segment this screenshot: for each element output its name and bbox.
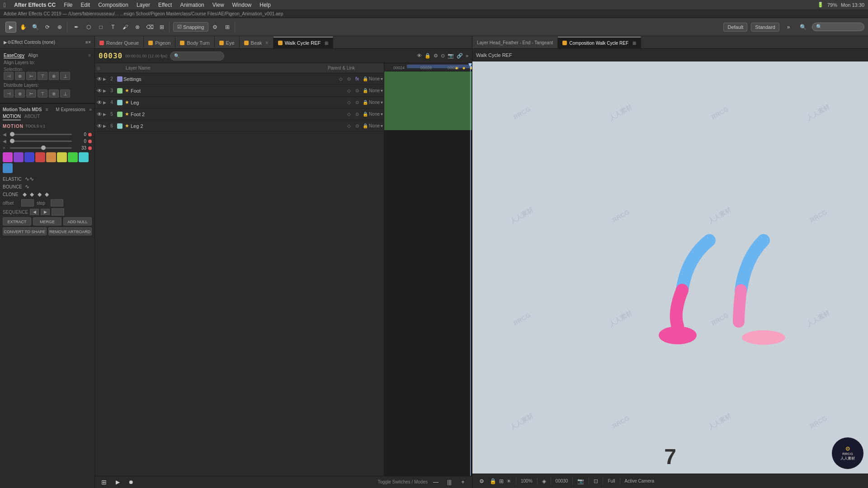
preview-lock-icon[interactable]: 🔒 <box>490 478 496 484</box>
mt-add-null-btn[interactable]: ADD NULL <box>63 217 92 225</box>
menu-help[interactable]: Help <box>256 1 274 9</box>
align-bottom-btn[interactable]: ⊥ <box>60 72 70 80</box>
tl-bar-settings[interactable] <box>384 71 472 83</box>
align-right-btn[interactable]: ⊢ <box>26 72 36 80</box>
eraser-tool[interactable]: ⌫ <box>144 22 155 33</box>
tl-play-icon[interactable]: ▶ <box>112 477 123 488</box>
mt-tab-about[interactable]: ABOUT <box>24 114 40 120</box>
snapping-button[interactable]: ☑ Snapping <box>173 22 208 32</box>
timeline-graph[interactable]: 00024 00026 00028 00030 00032 00034 0003… <box>384 63 472 476</box>
layer-expand-6[interactable]: ▶ <box>103 124 106 128</box>
color-block-5[interactable] <box>46 152 56 162</box>
tl-zoom-plus[interactable]: + <box>458 477 468 488</box>
color-block-6[interactable] <box>57 152 67 162</box>
comp-solo-icon[interactable]: ⊙ <box>441 53 445 59</box>
tl-playhead[interactable] <box>470 63 471 476</box>
tab-body-turn[interactable]: Body Turn <box>175 37 214 48</box>
layer-lock-icon-2[interactable]: 🔒 <box>362 76 369 81</box>
mt-remove-artboard-btn[interactable]: REMOVE ARTBOARD <box>48 227 92 235</box>
mask-tool[interactable]: ⬡ <box>83 22 94 33</box>
preview-resolution[interactable]: Full <box>608 479 615 483</box>
preview-snapshot-icon[interactable]: ⊡ <box>594 478 598 484</box>
mt-sequence-input[interactable]: 1 <box>52 208 64 216</box>
shape-tool[interactable]: □ <box>95 22 106 33</box>
tl-zoom-bar[interactable]: ||| <box>444 477 455 488</box>
tl-bar-foot[interactable] <box>384 83 472 95</box>
layer-lock-icon-4[interactable]: 🔒 <box>362 100 369 105</box>
color-block-7[interactable] <box>68 152 78 162</box>
dist-left-btn[interactable]: ⊣ <box>4 89 14 98</box>
tl-record-icon[interactable]: ⏺ <box>126 477 137 488</box>
layer-expand-2[interactable]: ▶ <box>103 77 106 81</box>
layer-expand-4[interactable]: ▶ <box>103 100 106 105</box>
layer-fx-icon-2[interactable]: fx <box>354 76 361 81</box>
mt-merge-btn[interactable]: MERGE <box>33 217 61 225</box>
tab-pigeon[interactable]: Pigeon <box>144 37 175 48</box>
menu-animation[interactable]: Animation <box>176 1 208 9</box>
layer-ct-icon-4[interactable]: ⊙ <box>354 100 361 105</box>
layer-lock-icon-5[interactable]: 🔒 <box>362 112 369 117</box>
color-block-4[interactable] <box>35 152 45 162</box>
preview-quality-icon[interactable]: ◈ <box>542 478 546 484</box>
dist-center-h-btn[interactable]: ⊕ <box>15 89 25 98</box>
comp-expand-icon[interactable]: » <box>466 53 468 59</box>
layer-expand-5[interactable]: ▶ <box>103 112 106 117</box>
zoom-label[interactable]: 100% <box>521 479 533 483</box>
menu-layer[interactable]: Layer <box>133 1 154 9</box>
layer-vis-icon-5[interactable]: 👁 <box>96 111 103 117</box>
preview-settings-icon[interactable]: ⚙ <box>476 476 487 487</box>
tab-beak[interactable]: Beak × <box>240 37 274 48</box>
text-tool[interactable]: T <box>108 22 118 33</box>
tab-close-beak[interactable]: × <box>265 40 269 46</box>
preview-exposure-icon[interactable]: ☀ <box>506 478 511 484</box>
paint-tool[interactable]: 🖌 <box>120 22 131 33</box>
layer-row[interactable]: 👁 ▶ 5 ★ Foot 2 ◇ ⊙ 🔒 None ▾ <box>95 108 384 120</box>
layer-parent-arrow-4[interactable]: ▾ <box>381 100 383 105</box>
workspace-expand-icon[interactable]: » <box>783 22 794 33</box>
dist-bottom-btn[interactable]: ⊥ <box>60 89 70 98</box>
layer-ct-icon-3[interactable]: ⊙ <box>354 88 361 93</box>
mt-slider1-left-arrow[interactable]: ◀ <box>3 132 8 137</box>
tl-bar-foot2[interactable] <box>384 107 472 118</box>
mt-seq-btn-left[interactable]: ◀ <box>30 209 39 215</box>
align-center-v-btn[interactable]: ⊕ <box>49 72 59 80</box>
mt-step-input[interactable]: 1 <box>51 199 63 206</box>
active-camera-label[interactable]: Active Camera <box>625 479 655 483</box>
layer-row[interactable]: 👁 ▶ 3 ★ Foot ◇ ⊙ 🔒 None ▾ <box>95 85 384 97</box>
dist-center-v-btn[interactable]: ⊕ <box>49 89 59 98</box>
layer-parent-arrow-5[interactable]: ▾ <box>381 112 383 117</box>
layer-row[interactable]: 👁 ▶ 4 ★ Leg ◇ ⊙ 🔒 None ▾ <box>95 97 384 108</box>
tab-eye[interactable]: Eye <box>215 37 240 48</box>
search-help-input[interactable]: Search Help <box>824 24 860 30</box>
mt-m-expr-label[interactable]: M Expressions <box>56 107 85 112</box>
menu-window[interactable]: Window <box>229 1 255 9</box>
camera-orbit-tool[interactable]: ⟳ <box>42 22 53 33</box>
tl-bar-leg2[interactable] <box>384 118 472 130</box>
comp-camera-icon[interactable]: 📷 <box>448 53 454 59</box>
dist-top-btn[interactable]: ⊤ <box>38 89 47 98</box>
mt-slider3-left-arrow[interactable]: × <box>3 145 8 150</box>
preview-camera-icon[interactable]: 📷 <box>577 478 584 484</box>
tab-render-queue[interactable]: Render Queue <box>95 37 144 48</box>
layer-row[interactable]: 👁 ▶ 6 ★ Leg 2 ◇ ⊙ 🔒 None ▾ <box>95 120 384 132</box>
layer-parent-arrow-2[interactable]: ▾ <box>381 76 383 81</box>
tab-walk-cycle-ref[interactable]: Walk Cycle REF ⊞ <box>274 37 334 48</box>
align-tab[interactable]: Align <box>28 53 38 58</box>
mt-menu-icon[interactable]: ≡ <box>45 107 48 112</box>
app-name[interactable]: After Effects CC <box>10 1 59 9</box>
comp-settings-icon[interactable]: ⚙ <box>434 53 438 59</box>
layer-parent-arrow-6[interactable]: ▾ <box>381 123 383 128</box>
menu-effect[interactable]: Effect <box>155 1 175 9</box>
align-menu-icon[interactable]: ≡ <box>88 53 91 58</box>
preview-grid-icon[interactable]: ⊞ <box>499 478 504 484</box>
workspace-default-btn[interactable]: Default <box>723 23 747 32</box>
color-block-3[interactable] <box>24 152 34 162</box>
easecopy-tab[interactable]: EaseCopy <box>4 53 24 58</box>
layer-lock-icon-6[interactable]: 🔒 <box>362 123 369 128</box>
mt-convert-shape-btn[interactable]: CONVERT TO SHAPE <box>3 227 47 235</box>
composition-preview[interactable]: RRCG 人人素材 RRCG 人人素材 人人素材 RRCG 人人素材 RRCG … <box>472 61 868 474</box>
panel-close-icon[interactable]: × <box>88 40 91 45</box>
mt-tab-motion[interactable]: MOTION <box>3 114 21 120</box>
layer-shy-icon-2[interactable]: ◇ <box>337 76 344 81</box>
mt-expr-menu-icon[interactable]: » <box>89 107 92 112</box>
